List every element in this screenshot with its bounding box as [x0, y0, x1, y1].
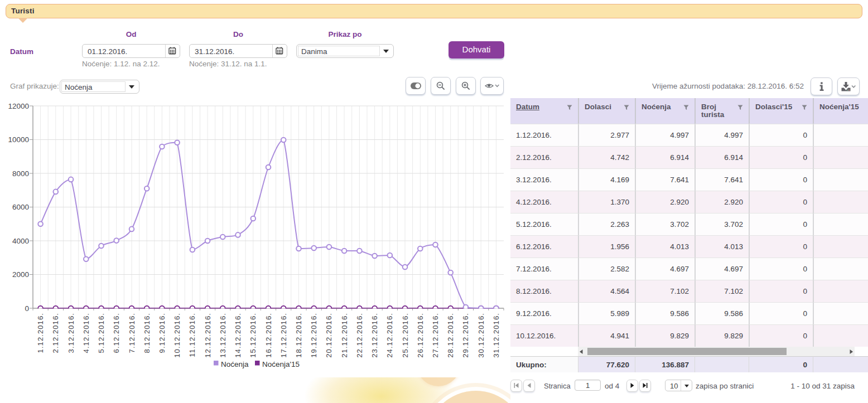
svg-text:15.12.2016.: 15.12.2016.: [249, 313, 257, 358]
svg-text:21.12.2016.: 21.12.2016.: [340, 313, 349, 358]
svg-text:12000: 12000: [8, 102, 29, 110]
svg-text:11.12.2016.: 11.12.2016.: [188, 313, 196, 357]
svg-text:Noćenja'15: Noćenja'15: [262, 360, 300, 368]
svg-text:25.12.2016.: 25.12.2016.: [401, 313, 409, 358]
svg-text:13.12.2016.: 13.12.2016.: [219, 313, 227, 358]
svg-text:1.12.2016.: 1.12.2016.: [36, 313, 45, 353]
svg-text:31.12.2016.: 31.12.2016.: [492, 313, 500, 358]
svg-text:9.12.2016.: 9.12.2016.: [158, 313, 166, 353]
svg-text:2000: 2000: [12, 270, 29, 279]
svg-text:29.12.2016.: 29.12.2016.: [461, 313, 470, 358]
svg-text:0: 0: [25, 304, 29, 313]
svg-text:7.12.2016.: 7.12.2016.: [128, 313, 136, 353]
svg-text:30.12.2016.: 30.12.2016.: [477, 313, 485, 358]
svg-text:26.12.2016.: 26.12.2016.: [416, 313, 425, 358]
svg-text:8000: 8000: [12, 169, 29, 178]
svg-text:17.12.2016.: 17.12.2016.: [279, 313, 288, 358]
svg-text:12.12.2016.: 12.12.2016.: [204, 313, 212, 358]
svg-text:Noćenja: Noćenja: [221, 360, 249, 368]
svg-text:24.12.2016.: 24.12.2016.: [385, 313, 394, 358]
svg-text:28.12.2016.: 28.12.2016.: [446, 313, 455, 358]
svg-text:18.12.2016.: 18.12.2016.: [295, 313, 303, 358]
svg-text:14.12.2016.: 14.12.2016.: [234, 313, 242, 358]
svg-text:8.12.2016.: 8.12.2016.: [143, 313, 151, 353]
svg-text:19.12.2016.: 19.12.2016.: [310, 313, 318, 358]
svg-text:2.12.2016.: 2.12.2016.: [51, 313, 60, 353]
svg-text:22.12.2016.: 22.12.2016.: [355, 313, 364, 358]
svg-text:4000: 4000: [12, 237, 29, 245]
svg-text:20.12.2016.: 20.12.2016.: [325, 313, 333, 358]
svg-text:10000: 10000: [8, 135, 29, 144]
svg-text:6000: 6000: [12, 203, 29, 211]
svg-text:4.12.2016.: 4.12.2016.: [82, 313, 90, 353]
svg-text:23.12.2016.: 23.12.2016.: [370, 313, 379, 358]
svg-text:5.12.2016.: 5.12.2016.: [97, 313, 105, 353]
svg-text:6.12.2016.: 6.12.2016.: [112, 313, 120, 353]
svg-text:10.12.2016.: 10.12.2016.: [173, 313, 181, 358]
svg-text:27.12.2016.: 27.12.2016.: [431, 313, 440, 358]
svg-text:3.12.2016.: 3.12.2016.: [67, 313, 75, 353]
svg-text:16.12.2016.: 16.12.2016.: [264, 313, 273, 358]
